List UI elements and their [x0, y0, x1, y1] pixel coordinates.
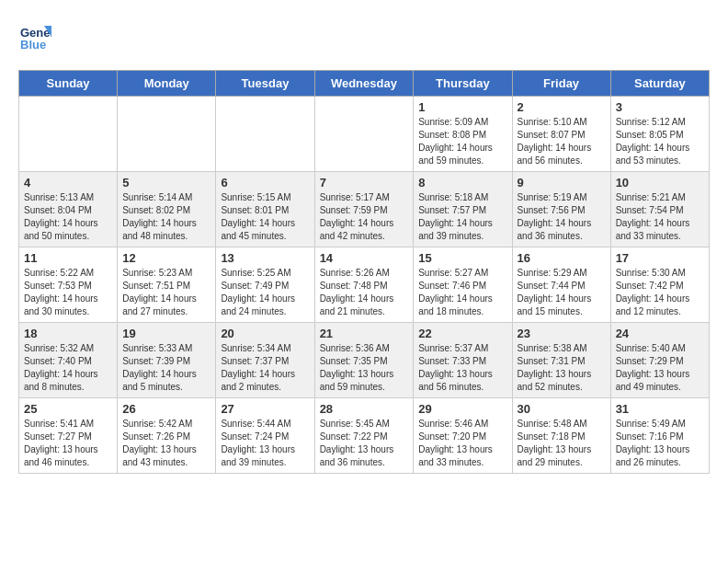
- day-number: 13: [221, 251, 309, 265]
- day-number: 5: [122, 176, 210, 190]
- day-number: 6: [221, 176, 309, 190]
- calendar-cell: 21Sunrise: 5:36 AM Sunset: 7:35 PM Dayli…: [314, 323, 414, 398]
- calendar-cell: 5Sunrise: 5:14 AM Sunset: 8:02 PM Daylig…: [118, 172, 216, 247]
- day-number: 31: [616, 402, 704, 416]
- day-number: 20: [221, 327, 309, 340]
- day-number: 4: [24, 176, 112, 190]
- day-number: 17: [616, 251, 704, 265]
- day-info: Sunrise: 5:38 AM Sunset: 7:31 PM Dayligh…: [518, 342, 606, 394]
- day-number: 2: [518, 100, 606, 114]
- logo-icon: General Blue: [18, 18, 51, 52]
- day-number: 24: [616, 327, 704, 340]
- day-info: Sunrise: 5:42 AM Sunset: 7:26 PM Dayligh…: [122, 418, 210, 469]
- day-info: Sunrise: 5:22 AM Sunset: 7:53 PM Dayligh…: [24, 267, 112, 318]
- day-number: 1: [418, 100, 506, 114]
- day-number: 3: [616, 100, 704, 114]
- calendar-cell: 7Sunrise: 5:17 AM Sunset: 7:59 PM Daylig…: [314, 172, 414, 247]
- day-info: Sunrise: 5:12 AM Sunset: 8:05 PM Dayligh…: [616, 116, 704, 167]
- day-number: 30: [518, 402, 606, 416]
- day-info: Sunrise: 5:33 AM Sunset: 7:39 PM Dayligh…: [122, 342, 210, 394]
- day-number: 8: [418, 176, 506, 190]
- day-number: 29: [418, 402, 506, 416]
- day-info: Sunrise: 5:41 AM Sunset: 7:27 PM Dayligh…: [24, 418, 112, 469]
- day-info: Sunrise: 5:26 AM Sunset: 7:48 PM Dayligh…: [320, 267, 409, 318]
- day-info: Sunrise: 5:21 AM Sunset: 7:54 PM Dayligh…: [616, 191, 704, 243]
- calendar-cell: 28Sunrise: 5:45 AM Sunset: 7:22 PM Dayli…: [314, 398, 414, 474]
- calendar-cell: 20Sunrise: 5:34 AM Sunset: 7:37 PM Dayli…: [216, 323, 314, 398]
- calendar-cell: 26Sunrise: 5:42 AM Sunset: 7:26 PM Dayli…: [118, 398, 216, 474]
- calendar-cell: 17Sunrise: 5:30 AM Sunset: 7:42 PM Dayli…: [610, 247, 709, 323]
- calendar-cell: 18Sunrise: 5:32 AM Sunset: 7:40 PM Dayli…: [19, 323, 118, 398]
- day-info: Sunrise: 5:29 AM Sunset: 7:44 PM Dayligh…: [518, 267, 606, 318]
- day-info: Sunrise: 5:09 AM Sunset: 8:08 PM Dayligh…: [418, 116, 506, 167]
- week-row-5: 25Sunrise: 5:41 AM Sunset: 7:27 PM Dayli…: [19, 398, 710, 474]
- day-number: 15: [418, 251, 506, 265]
- svg-text:Blue: Blue: [20, 38, 46, 52]
- calendar-cell: 10Sunrise: 5:21 AM Sunset: 7:54 PM Dayli…: [610, 172, 709, 247]
- weekday-header-saturday: Saturday: [610, 71, 709, 97]
- day-number: 9: [518, 176, 606, 190]
- day-info: Sunrise: 5:49 AM Sunset: 7:16 PM Dayligh…: [616, 418, 704, 469]
- logo: General Blue: [18, 18, 55, 52]
- day-info: Sunrise: 5:19 AM Sunset: 7:56 PM Dayligh…: [518, 191, 606, 243]
- day-number: 7: [320, 176, 409, 190]
- calendar-cell: 29Sunrise: 5:46 AM Sunset: 7:20 PM Dayli…: [414, 398, 512, 474]
- weekday-header-friday: Friday: [512, 71, 610, 97]
- calendar-cell: 24Sunrise: 5:40 AM Sunset: 7:29 PM Dayli…: [610, 323, 709, 398]
- day-number: 19: [122, 327, 210, 340]
- calendar-cell: [118, 97, 216, 172]
- day-number: 16: [518, 251, 606, 265]
- day-number: 27: [221, 402, 309, 416]
- day-info: Sunrise: 5:17 AM Sunset: 7:59 PM Dayligh…: [320, 191, 409, 243]
- calendar-cell: 2Sunrise: 5:10 AM Sunset: 8:07 PM Daylig…: [512, 97, 610, 172]
- calendar: SundayMondayTuesdayWednesdayThursdayFrid…: [18, 70, 710, 474]
- weekday-header-sunday: Sunday: [19, 71, 118, 97]
- day-number: 25: [24, 402, 112, 416]
- day-info: Sunrise: 5:40 AM Sunset: 7:29 PM Dayligh…: [616, 342, 704, 394]
- day-number: 12: [122, 251, 210, 265]
- day-info: Sunrise: 5:23 AM Sunset: 7:51 PM Dayligh…: [122, 267, 210, 318]
- weekday-header-wednesday: Wednesday: [314, 71, 414, 97]
- day-number: 21: [320, 327, 409, 340]
- day-info: Sunrise: 5:37 AM Sunset: 7:33 PM Dayligh…: [418, 342, 506, 394]
- day-info: Sunrise: 5:44 AM Sunset: 7:24 PM Dayligh…: [221, 418, 309, 469]
- day-info: Sunrise: 5:27 AM Sunset: 7:46 PM Dayligh…: [418, 267, 506, 318]
- day-number: 18: [24, 327, 112, 340]
- calendar-cell: 13Sunrise: 5:25 AM Sunset: 7:49 PM Dayli…: [216, 247, 314, 323]
- calendar-cell: [314, 97, 414, 172]
- calendar-cell: 11Sunrise: 5:22 AM Sunset: 7:53 PM Dayli…: [19, 247, 118, 323]
- calendar-cell: 15Sunrise: 5:27 AM Sunset: 7:46 PM Dayli…: [414, 247, 512, 323]
- day-info: Sunrise: 5:13 AM Sunset: 8:04 PM Dayligh…: [24, 191, 112, 243]
- day-number: 22: [418, 327, 506, 340]
- day-info: Sunrise: 5:18 AM Sunset: 7:57 PM Dayligh…: [418, 191, 506, 243]
- calendar-cell: 23Sunrise: 5:38 AM Sunset: 7:31 PM Dayli…: [512, 323, 610, 398]
- calendar-cell: 1Sunrise: 5:09 AM Sunset: 8:08 PM Daylig…: [414, 97, 512, 172]
- day-info: Sunrise: 5:14 AM Sunset: 8:02 PM Dayligh…: [122, 191, 210, 243]
- calendar-cell: 27Sunrise: 5:44 AM Sunset: 7:24 PM Dayli…: [216, 398, 314, 474]
- calendar-cell: 30Sunrise: 5:48 AM Sunset: 7:18 PM Dayli…: [512, 398, 610, 474]
- day-info: Sunrise: 5:34 AM Sunset: 7:37 PM Dayligh…: [221, 342, 309, 394]
- calendar-cell: 8Sunrise: 5:18 AM Sunset: 7:57 PM Daylig…: [414, 172, 512, 247]
- day-info: Sunrise: 5:48 AM Sunset: 7:18 PM Dayligh…: [518, 418, 606, 469]
- calendar-cell: 3Sunrise: 5:12 AM Sunset: 8:05 PM Daylig…: [610, 97, 709, 172]
- day-number: 26: [122, 402, 210, 416]
- week-row-1: 1Sunrise: 5:09 AM Sunset: 8:08 PM Daylig…: [19, 97, 710, 172]
- calendar-cell: [19, 97, 118, 172]
- day-info: Sunrise: 5:45 AM Sunset: 7:22 PM Dayligh…: [320, 418, 409, 469]
- weekday-header-row: SundayMondayTuesdayWednesdayThursdayFrid…: [19, 71, 710, 97]
- day-info: Sunrise: 5:36 AM Sunset: 7:35 PM Dayligh…: [320, 342, 409, 394]
- day-number: 10: [616, 176, 704, 190]
- day-number: 23: [518, 327, 606, 340]
- weekday-header-thursday: Thursday: [414, 71, 512, 97]
- day-info: Sunrise: 5:15 AM Sunset: 8:01 PM Dayligh…: [221, 191, 309, 243]
- calendar-cell: 12Sunrise: 5:23 AM Sunset: 7:51 PM Dayli…: [118, 247, 216, 323]
- calendar-cell: 4Sunrise: 5:13 AM Sunset: 8:04 PM Daylig…: [19, 172, 118, 247]
- day-info: Sunrise: 5:32 AM Sunset: 7:40 PM Dayligh…: [24, 342, 112, 394]
- calendar-cell: 14Sunrise: 5:26 AM Sunset: 7:48 PM Dayli…: [314, 247, 414, 323]
- week-row-3: 11Sunrise: 5:22 AM Sunset: 7:53 PM Dayli…: [19, 247, 710, 323]
- day-info: Sunrise: 5:25 AM Sunset: 7:49 PM Dayligh…: [221, 267, 309, 318]
- day-info: Sunrise: 5:10 AM Sunset: 8:07 PM Dayligh…: [518, 116, 606, 167]
- day-number: 28: [320, 402, 409, 416]
- week-row-4: 18Sunrise: 5:32 AM Sunset: 7:40 PM Dayli…: [19, 323, 710, 398]
- day-info: Sunrise: 5:46 AM Sunset: 7:20 PM Dayligh…: [418, 418, 506, 469]
